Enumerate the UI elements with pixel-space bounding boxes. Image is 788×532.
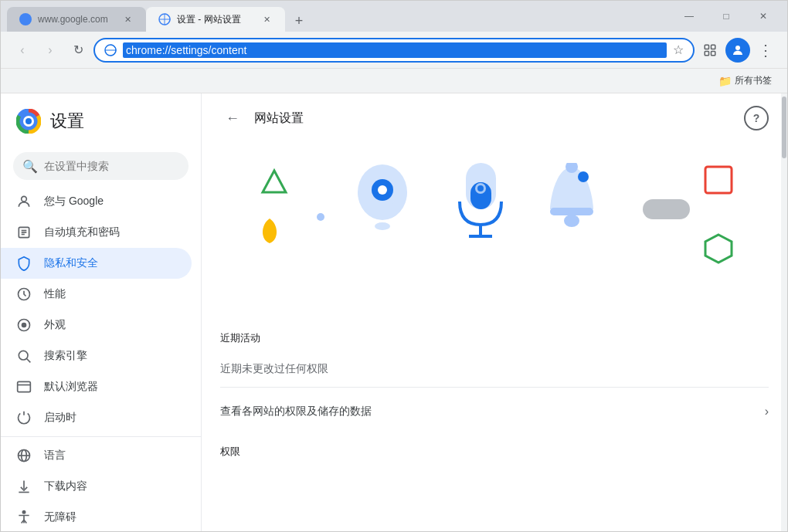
search-icon: 🔍	[22, 159, 38, 174]
window-controls: — □ ✕	[671, 4, 781, 29]
svg-point-23	[19, 351, 28, 360]
view-all-permissions-link[interactable]: 查看各网站的权限及储存的数据 ›	[220, 394, 769, 429]
search-bar[interactable]: 🔍	[13, 152, 189, 180]
scrollbar-track[interactable]	[781, 93, 787, 531]
accessibility-icon	[16, 510, 32, 525]
sidebar-label-performance: 性能	[44, 287, 66, 301]
sidebar-label-language: 语言	[44, 449, 66, 463]
sidebar-header: 设置	[1, 100, 201, 146]
svg-point-43	[477, 185, 484, 191]
svg-point-14	[25, 118, 32, 124]
svg-rect-7	[705, 51, 708, 55]
search-input[interactable]	[44, 160, 179, 172]
minimize-button[interactable]: —	[671, 4, 707, 29]
illustration-area	[202, 137, 787, 319]
main-panel-inner: ← 网站设置 ?	[202, 93, 787, 531]
sidebar-label-accessibility: 无障碍	[44, 510, 76, 524]
shield-icon	[16, 256, 32, 271]
svg-rect-5	[705, 45, 708, 49]
triangle-decoration	[259, 167, 290, 198]
tab-2-title: 设置 - 网站设置	[177, 13, 254, 26]
recent-activity-section: 近期活动 近期未更改过任何权限	[202, 319, 787, 394]
close-button[interactable]: ✕	[746, 4, 781, 29]
new-tab-button[interactable]: +	[288, 10, 310, 32]
view-all-section: 查看各网站的权限及储存的数据 ›	[202, 394, 787, 435]
sidebar: 设置 🔍 您与 Google	[1, 93, 202, 531]
no-changes-text: 近期未更改过任何权限	[220, 362, 328, 376]
title-bar: www.google.com ✕ 设置 - 网站设置 ✕ + — □ ✕	[1, 1, 787, 32]
permissions-title: 权限	[220, 439, 769, 459]
globe-icon	[16, 448, 32, 463]
sidebar-item-default-browser[interactable]: 默认浏览器	[1, 371, 192, 402]
sidebar-item-you-google[interactable]: 您与 Google	[1, 186, 192, 217]
page-header: ← 网站设置 ?	[202, 93, 787, 137]
folder-icon: 📁	[718, 75, 732, 87]
help-button[interactable]: ?	[744, 106, 769, 130]
tab-2[interactable]: 设置 - 网站设置 ✕	[146, 7, 285, 32]
content-area: 设置 🔍 您与 Google	[1, 93, 787, 531]
tab-2-close[interactable]: ✕	[260, 13, 273, 25]
tab-1[interactable]: www.google.com ✕	[7, 7, 146, 32]
sidebar-label-autofill: 自动填充和密码	[44, 225, 120, 239]
nav-right-controls: ⋮	[698, 38, 778, 63]
back-to-privacy-button[interactable]: ←	[220, 106, 245, 130]
sidebar-item-search-engine[interactable]: 搜索引擎	[1, 341, 192, 371]
svg-point-31	[22, 511, 25, 513]
sidebar-item-accessibility[interactable]: 无障碍	[1, 502, 192, 531]
sidebar-item-downloads[interactable]: 下载内容	[1, 471, 192, 502]
sidebar-divider	[1, 436, 201, 437]
speedometer-icon	[16, 286, 32, 302]
person-icon	[16, 194, 32, 209]
sidebar-item-privacy[interactable]: 隐私和安全	[1, 248, 192, 279]
dot-decoration	[317, 213, 324, 221]
svg-rect-50	[705, 167, 732, 193]
browser-icon	[16, 379, 32, 395]
sidebar-item-startup[interactable]: 启动时	[1, 402, 192, 433]
sidebar-label-you-google: 您与 Google	[44, 195, 104, 208]
leaf-decoration	[259, 217, 280, 245]
svg-rect-44	[550, 208, 593, 215]
back-nav-button[interactable]: ‹	[10, 38, 35, 63]
forward-nav-button[interactable]: ›	[38, 38, 63, 63]
menu-button[interactable]: ⋮	[753, 38, 778, 63]
sidebar-item-autofill[interactable]: 自动填充和密码	[1, 217, 192, 248]
bookmark-star-icon[interactable]: ☆	[673, 42, 684, 57]
sidebar-item-performance[interactable]: 性能	[1, 279, 192, 310]
sidebar-label-startup: 启动时	[44, 411, 76, 425]
svg-point-22	[22, 324, 26, 327]
svg-line-24	[27, 359, 31, 363]
svg-point-35	[378, 185, 387, 195]
tab-1-close[interactable]: ✕	[121, 13, 134, 25]
no-changes-item: 近期未更改过任何权限	[220, 351, 769, 388]
sidebar-item-language[interactable]: 语言	[1, 440, 192, 471]
illustration-container	[247, 155, 742, 294]
square-decoration	[703, 164, 734, 195]
reload-button[interactable]: ↻	[66, 38, 90, 63]
tab-1-title: www.google.com	[38, 14, 115, 25]
tab-bar: www.google.com ✕ 设置 - 网站设置 ✕ +	[7, 1, 671, 32]
svg-rect-49	[643, 199, 690, 219]
sidebar-label-appearance: 外观	[44, 318, 66, 332]
bookmarks-all-item[interactable]: 📁 所有书签	[712, 71, 778, 90]
main-panel: ← 网站设置 ?	[202, 93, 787, 531]
sidebar-title: 设置	[50, 110, 84, 133]
search-container: 🔍	[1, 146, 201, 186]
svg-marker-32	[263, 171, 286, 192]
tab-1-favicon	[19, 13, 32, 25]
sidebar-label-default-browser: 默认浏览器	[44, 380, 98, 394]
location-pin-icon	[355, 163, 409, 240]
download-icon	[16, 479, 32, 494]
profile-button[interactable]	[725, 38, 750, 63]
power-icon	[16, 410, 32, 425]
address-bar[interactable]: chrome://settings/content ☆	[93, 38, 695, 63]
scrollbar-thumb[interactable]	[782, 97, 786, 158]
svg-point-9	[735, 46, 740, 50]
extensions-button[interactable]	[698, 38, 722, 63]
sidebar-item-appearance[interactable]: 外观	[1, 310, 192, 341]
sidebar-label-downloads: 下载内容	[44, 479, 87, 493]
autofill-icon	[16, 225, 32, 240]
recent-activity-title: 近期活动	[220, 325, 769, 345]
maximize-button[interactable]: □	[708, 4, 744, 29]
address-text[interactable]: chrome://settings/content	[123, 42, 667, 58]
svg-point-48	[578, 171, 589, 182]
